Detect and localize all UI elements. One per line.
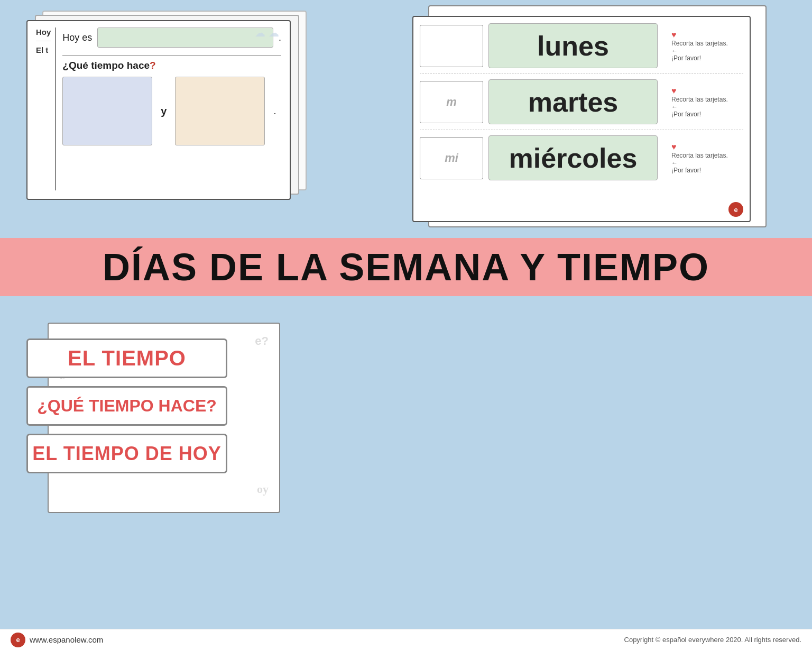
miercoles-text: miércoles <box>509 142 638 174</box>
footer: e www.espanolew.com Copyright © español … <box>0 629 812 650</box>
period2: . <box>273 106 276 117</box>
martes-short: m <box>446 95 457 109</box>
lunes-white-box <box>420 25 483 67</box>
day-row-miercoles: mi miércoles ♥ Recorta las tarjetas. ← ¡… <box>420 135 743 186</box>
logo-circle-days: e <box>728 202 743 217</box>
martes-instructions: ♥ Recorta las tarjetas. ← ¡Por favor! <box>671 86 728 118</box>
vback-oy: oy <box>257 482 269 496</box>
footer-website: www.espanolew.com <box>30 635 103 644</box>
por-favor-text-1: ¡Por favor! <box>671 54 701 62</box>
footer-logo-letter: e <box>16 636 20 644</box>
que-tiempo-label: ¿Qué tiempo hace? <box>62 60 155 71</box>
miercoles-instructions: ♥ Recorta las tarjetas. ← ¡Por favor! <box>671 142 728 174</box>
heart-icon-2: ♥ <box>671 86 677 96</box>
left-ws-front: Hoy El t Hoy es . ¿Qué tiempo hace? <box>26 20 291 200</box>
heart-icon-3: ♥ <box>671 142 677 152</box>
por-favor-text-2: ¡Por favor! <box>671 111 701 118</box>
vocab-que-text: ¿QUÉ TIEMPO HACE? <box>37 396 217 416</box>
miercoles-short: mi <box>445 151 458 165</box>
recorta-label-3: Recorta las tarjetas. <box>671 152 728 159</box>
days-back-hint <box>429 6 765 17</box>
hoy-es-fill-box <box>97 28 273 48</box>
recorta-label-2: Recorta las tarjetas. <box>671 96 728 103</box>
vocab-card-el-tiempo: EL TIEMPO <box>26 338 227 378</box>
banner: DÍAS DE LA SEMANA Y TIEMPO <box>0 238 812 296</box>
footer-logo: e <box>11 633 25 647</box>
lunes-instructions: ♥ Recorta las tarjetas. ← ¡Por favor! <box>671 30 728 62</box>
banner-title: DÍAS DE LA SEMANA Y TIEMPO <box>103 245 709 289</box>
weather-box-1 <box>62 77 152 145</box>
miercoles-white-box: mi <box>420 137 483 179</box>
heart-icon-1: ♥ <box>671 30 677 40</box>
espanolew-logo-days: e <box>728 202 743 217</box>
por-favor-1: ← <box>671 47 678 54</box>
day-row-lunes: lunes ♥ Recorta las tarjetas. ← ¡Por fav… <box>420 23 743 74</box>
vocab-card-tiempo-hoy: EL TIEMPO DE HOY <box>26 434 227 473</box>
vocab-hoy-text: EL TIEMPO DE HOY <box>32 443 221 465</box>
lunes-text: lunes <box>537 30 609 62</box>
days-stack: lunes ♥ Recorta las tarjetas. ← ¡Por fav… <box>412 5 782 243</box>
y-connector: y <box>161 105 167 117</box>
miercoles-green-box: miércoles <box>488 135 658 180</box>
cloud-deco: ☁ ☁ <box>255 26 279 39</box>
hoy-es-label: Hoy es <box>62 32 92 43</box>
left-worksheet-stack: Hoy El t Hoy es . ¿Qué tiempo hace? <box>26 11 322 212</box>
hoy-side-label: Hoy <box>36 28 51 41</box>
arrow-2: ← <box>671 103 678 111</box>
vback-e: e? <box>255 334 269 348</box>
martes-green-box: martes <box>488 79 658 124</box>
vocab-stack: EL TIEMPO ¿QUÉ TIEMP... oy e? EL TIEMPO … <box>26 323 291 534</box>
martes-text: martes <box>528 86 619 118</box>
days-front-card: lunes ♥ Recorta las tarjetas. ← ¡Por fav… <box>412 16 751 222</box>
martes-white-box: m <box>420 81 483 123</box>
arrow-3: ← <box>671 159 678 167</box>
logo-letter-days: e <box>734 206 737 214</box>
footer-copyright: Copyright © español everywhere 2020. All… <box>624 636 801 644</box>
vocab-el-tiempo-text: EL TIEMPO <box>68 346 186 370</box>
por-favor-text-3: ¡Por favor! <box>671 167 701 174</box>
day-row-martes: m martes ♥ Recorta las tarjetas. ← ¡Por … <box>420 79 743 130</box>
footer-left: e www.espanolew.com <box>11 633 103 647</box>
lunes-green-box: lunes <box>488 23 658 68</box>
vocab-card-que-tiempo: ¿QUÉ TIEMPO HACE? <box>26 386 227 426</box>
weather-box-2 <box>175 77 265 145</box>
recorta-label-1: Recorta las tarjetas. <box>671 40 728 47</box>
el-t-side-label: El t <box>36 41 51 54</box>
